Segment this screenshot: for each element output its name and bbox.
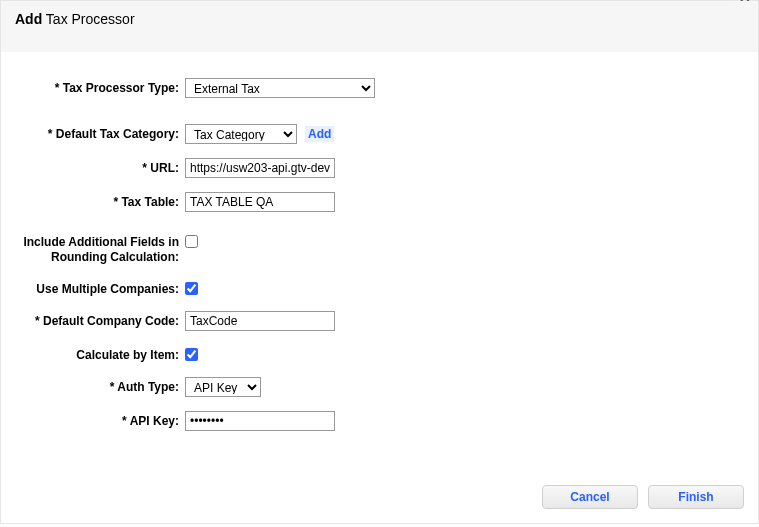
finish-button[interactable]: Finish [648, 485, 744, 509]
url-label: * URL: [15, 158, 185, 176]
dialog-header: Add Tax Processor [1, 1, 758, 52]
dialog-title: Add Tax Processor [15, 11, 744, 27]
tax-table-input[interactable] [185, 192, 335, 212]
cancel-button[interactable]: Cancel [542, 485, 638, 509]
url-input[interactable] [185, 158, 335, 178]
include-additional-label: Include Additional Fields in Rounding Ca… [15, 232, 185, 265]
calculate-by-item-label: Calculate by Item: [15, 345, 185, 363]
api-key-label: * API Key: [15, 411, 185, 429]
use-multiple-checkbox[interactable] [185, 282, 198, 295]
auth-type-label: * Auth Type: [15, 377, 185, 395]
dialog-body: * Tax Processor Type: External Tax * Def… [1, 52, 758, 473]
auth-type-select[interactable]: API Key [185, 377, 261, 397]
title-rest: Tax Processor [42, 11, 134, 27]
api-key-input[interactable] [185, 411, 335, 431]
tax-table-label: * Tax Table: [15, 192, 185, 210]
default-tax-category-label: * Default Tax Category: [15, 124, 185, 142]
include-additional-checkbox[interactable] [185, 235, 198, 248]
calculate-by-item-checkbox[interactable] [185, 348, 198, 361]
add-tax-processor-dialog: ✕ Add Tax Processor * Tax Processor Type… [0, 0, 759, 524]
title-bold: Add [15, 11, 42, 27]
tax-processor-type-select[interactable]: External Tax [185, 78, 375, 98]
add-tax-category-link[interactable]: Add [305, 126, 334, 142]
default-company-code-input[interactable] [185, 311, 335, 331]
use-multiple-label: Use Multiple Companies: [15, 279, 185, 297]
tax-processor-type-label: * Tax Processor Type: [15, 78, 185, 96]
default-company-code-label: * Default Company Code: [15, 311, 185, 329]
dialog-footer: Cancel Finish [1, 473, 758, 523]
default-tax-category-select[interactable]: Tax Category [185, 124, 297, 144]
